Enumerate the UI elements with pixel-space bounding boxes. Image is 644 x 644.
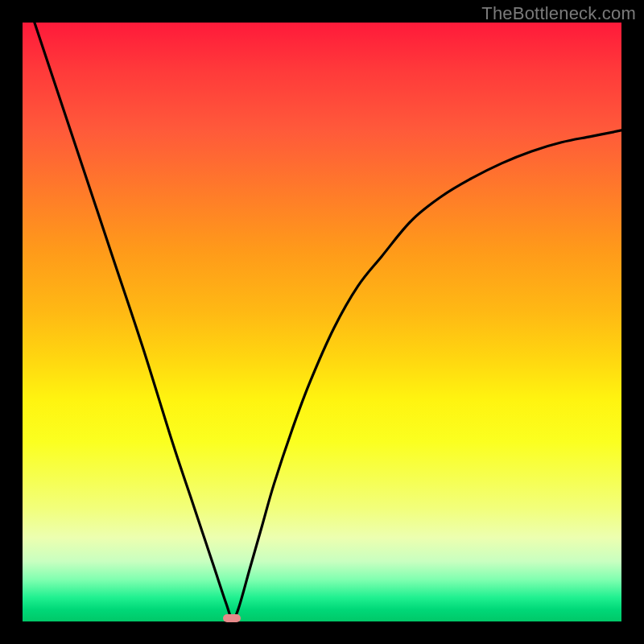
watermark-text: TheBottleneck.com (481, 3, 636, 24)
bottleneck-curve-path (35, 23, 621, 619)
curve-svg (23, 23, 621, 621)
plot-area (23, 23, 621, 621)
minimum-marker (223, 614, 241, 622)
chart-frame: TheBottleneck.com (0, 0, 644, 644)
